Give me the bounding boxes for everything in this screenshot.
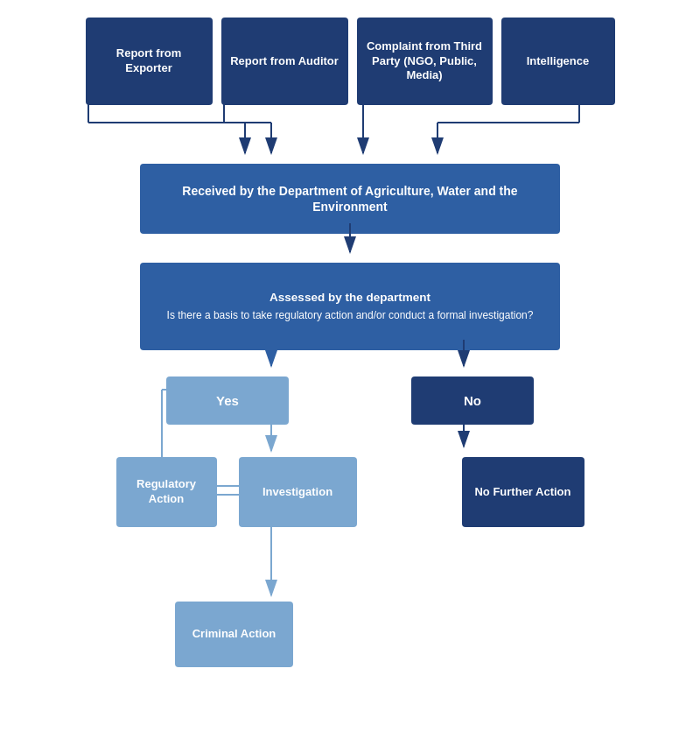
assessed-subtitle: Is there a basis to take regulatory acti… <box>167 309 534 323</box>
criminal-action-box: Criminal Action <box>175 602 293 667</box>
complaint-third-party-box: Complaint from Third Party (NGO, Public,… <box>357 18 493 105</box>
no-further-action-box: No Further Action <box>462 457 584 527</box>
assessed-title: Assessed by the department <box>270 290 430 306</box>
intelligence-box: Intelligence <box>501 18 615 105</box>
yes-box: Yes <box>166 376 289 425</box>
received-box: Received by the Department of Agricultur… <box>140 164 560 234</box>
report-exporter-box: Report from Exporter <box>86 18 213 105</box>
no-box: No <box>411 376 534 425</box>
flowchart-diagram: Report from Exporter Report from Auditor… <box>0 0 700 753</box>
assessed-box: Assessed by the department Is there a ba… <box>140 263 560 350</box>
regulatory-action-box: Regulatory Action <box>116 457 217 527</box>
report-auditor-box: Report from Auditor <box>221 18 348 105</box>
investigation-box: Investigation <box>239 457 357 527</box>
